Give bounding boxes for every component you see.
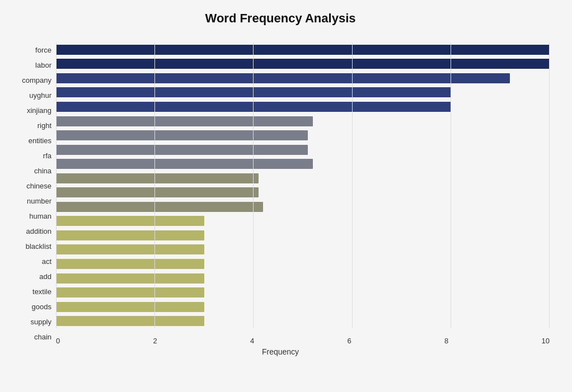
bar [56, 45, 550, 55]
bar [56, 173, 259, 183]
bar [56, 259, 204, 269]
x-tick-label: 6 [348, 337, 351, 345]
chart-container: Word Frequency Analysis forcelaborcompan… [0, 0, 572, 392]
y-axis-label: supply [11, 315, 51, 329]
bars-and-grid: 0246810 [56, 42, 550, 345]
bottom-area: Frequency [11, 345, 550, 356]
bar [56, 102, 451, 112]
bar [56, 145, 308, 155]
bar [56, 116, 313, 126]
chart-area: forcelaborcompanyuyghurxinjiangrightenti… [11, 42, 550, 345]
bar-row [56, 229, 550, 242]
bar-row [56, 301, 550, 313]
bar [56, 159, 313, 169]
y-axis-label: labor [11, 59, 51, 72]
y-axis-labels: forcelaborcompanyuyghurxinjiangrightenti… [11, 42, 56, 345]
bar-row [56, 315, 550, 327]
y-axis-label: addition [11, 225, 51, 238]
bar [56, 87, 451, 97]
y-axis-label: chinese [11, 180, 51, 193]
y-axis-label: blacklist [11, 240, 51, 253]
x-tick-label: 0 [56, 337, 60, 345]
bar-row [56, 101, 550, 113]
bar [56, 302, 204, 312]
bar-row [56, 129, 550, 141]
y-axis-label: entities [11, 134, 51, 148]
x-tick-label: 4 [250, 337, 254, 345]
y-axis-label: rfa [11, 149, 51, 163]
bar [56, 287, 204, 297]
bar-row [56, 58, 550, 70]
y-axis-label: right [11, 119, 51, 133]
bar-row [56, 286, 550, 299]
bar [56, 273, 204, 284]
bar-row [56, 258, 550, 270]
bar [56, 59, 550, 69]
bar-row [56, 272, 550, 285]
x-tick-label: 10 [542, 337, 550, 345]
y-axis-label: xinjiang [11, 104, 51, 117]
y-axis-label: goods [11, 300, 51, 314]
bars-wrapper [56, 42, 550, 345]
bar [56, 202, 263, 212]
bar [56, 316, 204, 326]
bar [56, 244, 204, 254]
bar-row [56, 215, 550, 227]
bar-row [56, 158, 550, 170]
bar-row [56, 86, 550, 98]
bar-row [56, 44, 550, 56]
bar-row [56, 144, 550, 156]
y-axis-label: uyghur [11, 89, 51, 102]
y-axis-label: add [11, 270, 51, 284]
bar-row [56, 201, 550, 213]
y-axis-label: china [11, 164, 51, 178]
y-axis-label: human [11, 210, 51, 223]
x-tick-label: 8 [444, 337, 448, 345]
bar-row [56, 72, 550, 84]
bar [56, 73, 510, 83]
bar [56, 187, 259, 197]
x-axis-title: Frequency [262, 347, 299, 356]
bar-row [56, 115, 550, 127]
y-axis-label: company [11, 74, 51, 87]
bar-row [56, 186, 550, 199]
x-tick-label: 2 [153, 337, 157, 345]
x-axis-labels: 0246810 [56, 328, 550, 345]
y-axis-label: chain [11, 330, 51, 344]
bar-row [56, 243, 550, 256]
y-axis-label: act [11, 255, 51, 268]
y-axis-label: force [11, 44, 51, 57]
bar [56, 130, 308, 140]
y-axis-label: textile [11, 285, 51, 299]
bar-row [56, 172, 550, 185]
y-axis-label: number [11, 195, 51, 208]
bar [56, 230, 204, 240]
bar [56, 216, 204, 226]
chart-title: Word Frequency Analysis [11, 11, 550, 26]
